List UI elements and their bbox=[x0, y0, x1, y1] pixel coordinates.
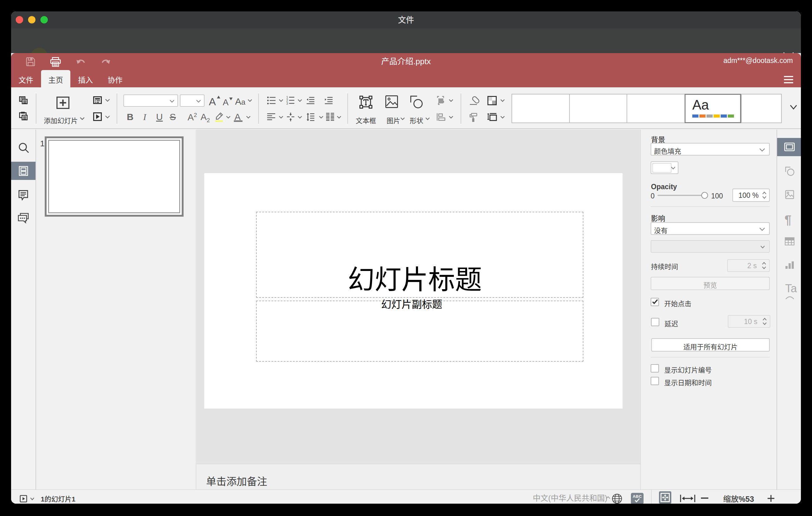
svg-text:3: 3 bbox=[286, 102, 288, 105]
